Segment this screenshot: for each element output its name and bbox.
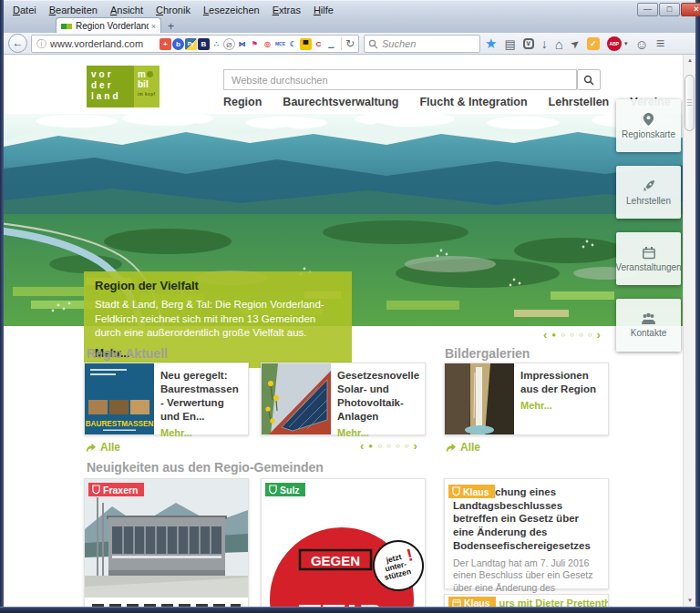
scrollbar-thumb[interactable] bbox=[685, 75, 695, 131]
url-bar[interactable]: ⓘ www.vorderland.com + b Py B ∴ Ø ⋈ ⚑ ◎ … bbox=[31, 35, 359, 53]
flag-icon[interactable]: ⚑ bbox=[249, 38, 261, 50]
gemeinde-badge-sulz: Sulz bbox=[265, 483, 305, 496]
menu-icon[interactable]: ≡ bbox=[656, 36, 664, 52]
reload-icon[interactable]: ↻ bbox=[345, 37, 355, 50]
minimize-button[interactable]: — bbox=[637, 3, 658, 16]
quickbtn-veranstaltungen[interactable]: Veranstaltungen bbox=[616, 232, 681, 285]
cluster-icon[interactable]: ∴ bbox=[211, 38, 222, 50]
menu-chronik[interactable]: Chronik bbox=[156, 5, 190, 17]
news-card-klaus-kurs[interactable]: Klaus urs mit Dieter Prettenthaler, Hund… bbox=[444, 594, 609, 607]
close-button[interactable]: × bbox=[681, 3, 700, 16]
page-viewport: vor der land m bil im kopf Region Baurec… bbox=[4, 55, 683, 607]
site-info-icon[interactable]: ⓘ bbox=[36, 37, 46, 51]
site-search-button[interactable] bbox=[577, 69, 601, 90]
blue-b-icon[interactable]: b bbox=[172, 38, 184, 50]
carousel-dot-2[interactable]: ○ bbox=[377, 442, 382, 451]
carousel-next-icon[interactable]: › bbox=[414, 442, 417, 451]
galerien-alle-link[interactable]: Alle bbox=[445, 441, 480, 454]
bowtie-icon[interactable]: ⋈ bbox=[236, 38, 248, 50]
carousel-next-icon[interactable]: › bbox=[597, 331, 601, 340]
nav-baurechtsverwaltung[interactable]: Baurechtsverwaltung bbox=[283, 96, 398, 108]
carousel-dot-4[interactable]: ○ bbox=[579, 331, 583, 340]
carousel-dot-4[interactable]: ○ bbox=[396, 442, 400, 451]
card-more-link[interactable]: Mehr... bbox=[520, 400, 602, 411]
quickbtn-kontakte[interactable]: Kontakte bbox=[616, 299, 681, 352]
carousel-prev-icon[interactable]: ‹ bbox=[543, 331, 547, 340]
quickbtn-lehrstellen[interactable]: Lehrstellen bbox=[616, 166, 681, 219]
target-icon[interactable]: ◎ bbox=[262, 38, 273, 50]
bookmark-star-icon[interactable]: ★ bbox=[485, 36, 497, 52]
new-tab-button[interactable]: + bbox=[168, 20, 174, 33]
menu-lesezeichen[interactable]: Lesezeichen bbox=[203, 5, 260, 17]
site-logo[interactable]: vor der land m bil im kopf bbox=[87, 66, 160, 107]
menu-ansicht[interactable]: Ansicht bbox=[110, 5, 143, 17]
quickbtn-regionskarte[interactable]: Regionskarte bbox=[616, 99, 681, 152]
news-card-klaus-landtagsbeschluss[interactable]: Klaus chung eines Landtagsbeschlusses be… bbox=[444, 478, 609, 589]
browser-search-input[interactable] bbox=[382, 38, 473, 49]
tab-close-icon[interactable]: × bbox=[151, 22, 156, 31]
send-tab-icon[interactable]: ➤ bbox=[568, 36, 583, 51]
card-more-link[interactable]: Mehr... bbox=[337, 427, 419, 438]
news-card-sulz[interactable]: GEGEN TTIP CETA & TiSA www.volksbegehren… bbox=[261, 478, 426, 607]
maximize-button[interactable]: □ bbox=[659, 3, 680, 16]
bookmarks-menu-icon[interactable]: ▤ bbox=[504, 37, 515, 51]
adblock-caret-icon[interactable]: ▾ bbox=[624, 40, 628, 47]
news-title-link[interactable]: urs mit Dieter Prettenthaler, Hunde bbox=[499, 598, 609, 607]
download-icon[interactable]: ↓ bbox=[541, 36, 548, 51]
feedback-icon[interactable]: ☺ bbox=[634, 36, 648, 52]
scroll-down-icon[interactable]: ▼ bbox=[684, 595, 696, 607]
bootstrap-icon[interactable]: B bbox=[198, 38, 210, 50]
site-search-input[interactable] bbox=[223, 69, 577, 90]
carousel-dot-1[interactable]: ● bbox=[368, 442, 373, 451]
python-icon[interactable]: Py bbox=[185, 38, 197, 50]
carousel-prev-icon[interactable]: ‹ bbox=[360, 442, 364, 451]
card-title[interactable]: Gesetzesnovelle Solar- und Photovoltaik-… bbox=[337, 369, 419, 424]
nav-lehrstellen[interactable]: Lehrstellen bbox=[549, 96, 610, 108]
fraxern-building-image bbox=[85, 479, 248, 598]
regio-card-photovoltaik[interactable]: Gesetzesnovelle Solar- und Photovoltaik-… bbox=[261, 363, 426, 435]
tab-region-vorderland[interactable]: Region Vorderland-Feldkir... × bbox=[56, 17, 161, 34]
alle-label: Alle bbox=[100, 441, 120, 454]
menu-hilfe[interactable]: Hilfe bbox=[314, 5, 334, 17]
regio-alle-link[interactable]: Alle bbox=[85, 441, 120, 454]
carousel-dot-5[interactable]: ○ bbox=[588, 331, 592, 340]
tinymce-icon[interactable]: MCE bbox=[274, 38, 286, 50]
red-c-icon[interactable]: C bbox=[313, 38, 324, 50]
back-button[interactable]: ← bbox=[8, 34, 27, 53]
pocket-icon[interactable]: ∨ bbox=[523, 38, 534, 49]
browser-search-bar[interactable] bbox=[364, 35, 480, 53]
scroll-up-icon[interactable]: ▲ bbox=[684, 55, 696, 66]
card-title[interactable]: Neu geregelt: Baurestmassen - Verwertung… bbox=[160, 369, 242, 424]
quickbtn-label: Kontakte bbox=[631, 328, 666, 338]
dash-icon[interactable]: ▁ bbox=[325, 38, 337, 50]
adblock-icon[interactable]: ABP bbox=[607, 36, 622, 51]
nullsign-icon[interactable]: Ø bbox=[223, 38, 235, 50]
carousel-dot-3[interactable]: ○ bbox=[570, 331, 574, 340]
screenshot-addon-icon[interactable]: ✓ bbox=[587, 37, 600, 50]
card-more-link[interactable]: Mehr... bbox=[160, 427, 242, 438]
quickbtn-label: Veranstaltungen bbox=[615, 262, 681, 272]
menu-bearbeiten[interactable]: Bearbeiten bbox=[49, 5, 98, 17]
page-scrollbar[interactable]: ▲ ▼ bbox=[683, 55, 695, 607]
section-heading-neuigkeiten: Neuigkeiten aus den Regio-Gemeinden bbox=[87, 460, 324, 475]
carousel-dot-3[interactable]: ○ bbox=[386, 442, 391, 451]
card-title[interactable]: Impressionen aus der Region bbox=[520, 369, 602, 396]
badge-label: Sulz bbox=[280, 485, 300, 496]
carousel-dot-2[interactable]: ○ bbox=[561, 331, 565, 340]
carousel-dot-5[interactable]: ○ bbox=[405, 442, 409, 451]
nav-region[interactable]: Region bbox=[223, 96, 262, 108]
news-card-fraxern[interactable]: Fraxern bbox=[84, 478, 249, 607]
titlebar: Datei Bearbeiten Ansicht Chronik Lesezei… bbox=[4, 0, 695, 33]
menu-datei[interactable]: Datei bbox=[13, 5, 36, 17]
carousel-dot-1[interactable]: ● bbox=[551, 331, 556, 340]
galerie-card-impressionen[interactable]: Impressionen aus der Region Mehr... bbox=[444, 363, 609, 435]
globe-icon[interactable]: ☾ bbox=[287, 38, 299, 50]
addons-icon[interactable]: + bbox=[160, 38, 171, 50]
stripes-icon[interactable]: ▀ bbox=[300, 38, 312, 50]
nav-flucht-integration[interactable]: Flucht & Integration bbox=[419, 96, 527, 108]
regio-card-baurestmassen[interactable]: BAURESTMASSEN Neu geregelt: Baurestmasse… bbox=[84, 363, 249, 435]
menu-extras[interactable]: Extras bbox=[273, 5, 301, 17]
truncated-title-text bbox=[92, 604, 241, 607]
home-icon[interactable]: ⌂ bbox=[555, 36, 563, 52]
url-text[interactable]: www.vorderland.com bbox=[50, 38, 143, 49]
